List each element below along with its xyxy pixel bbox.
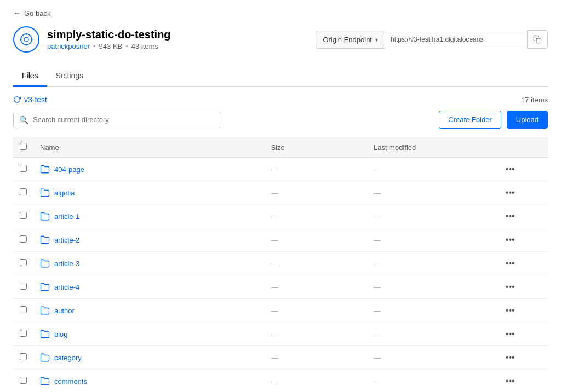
row-size: — bbox=[265, 370, 367, 393]
endpoint-select[interactable]: Origin Endpoint ▾ bbox=[316, 31, 385, 49]
file-name-link[interactable]: article-1 bbox=[54, 212, 79, 221]
create-folder-button[interactable]: Create Folder bbox=[439, 111, 501, 129]
row-checkbox-cell bbox=[13, 275, 33, 299]
row-modified: — bbox=[367, 322, 496, 346]
tab-settings[interactable]: Settings bbox=[47, 66, 93, 87]
row-checkbox[interactable] bbox=[20, 235, 27, 243]
header-checkbox-cell bbox=[13, 137, 33, 158]
bucket-info: simply-static-do-testing patrickposner •… bbox=[13, 26, 171, 53]
folder-icon bbox=[40, 258, 50, 268]
row-checkbox[interactable] bbox=[20, 259, 27, 266]
row-more-button[interactable]: ••• bbox=[502, 234, 518, 246]
row-actions-cell: ••• bbox=[496, 322, 548, 346]
file-name-link[interactable]: comments bbox=[54, 377, 87, 385]
row-more-button[interactable]: ••• bbox=[502, 210, 518, 222]
row-more-button[interactable]: ••• bbox=[502, 351, 518, 364]
row-name-cell: category bbox=[33, 346, 265, 370]
row-checkbox-cell bbox=[13, 181, 33, 205]
row-more-button[interactable]: ••• bbox=[502, 187, 518, 199]
file-table-body: 404-page — — ••• algolia — — ••• bbox=[13, 158, 548, 393]
row-actions-cell: ••• bbox=[496, 275, 548, 299]
row-modified: — bbox=[367, 252, 496, 275]
row-name-cell: author bbox=[33, 299, 265, 322]
bucket-items: 43 items bbox=[131, 42, 158, 50]
file-name-link[interactable]: author bbox=[54, 307, 75, 315]
back-link[interactable]: ← Go back bbox=[13, 9, 548, 18]
row-size: — bbox=[265, 205, 367, 228]
row-checkbox-cell bbox=[13, 252, 33, 275]
bucket-size: 943 KB bbox=[99, 42, 123, 50]
bucket-owner-link[interactable]: patrickposner bbox=[47, 42, 90, 50]
folder-icon bbox=[40, 164, 50, 174]
row-checkbox[interactable] bbox=[20, 212, 27, 219]
row-modified: — bbox=[367, 205, 496, 228]
row-name-cell: article-3 bbox=[33, 252, 265, 275]
folder-icon bbox=[40, 282, 50, 292]
row-name-cell: comments bbox=[33, 370, 265, 393]
row-modified: — bbox=[367, 370, 496, 393]
row-modified: — bbox=[367, 346, 496, 370]
table-row: article-4 — — ••• bbox=[13, 275, 548, 299]
table-row: author — — ••• bbox=[13, 299, 548, 322]
row-name-cell: 404-page bbox=[33, 158, 265, 181]
file-name-link[interactable]: article-4 bbox=[54, 283, 79, 291]
row-actions-cell: ••• bbox=[496, 181, 548, 205]
svg-point-5 bbox=[31, 39, 33, 41]
row-checkbox[interactable] bbox=[20, 377, 27, 384]
svg-point-1 bbox=[24, 37, 28, 42]
breadcrumb[interactable]: v3-test bbox=[13, 95, 47, 104]
table-row: blog — — ••• bbox=[13, 322, 548, 346]
file-name-link[interactable]: category bbox=[54, 354, 82, 362]
search-icon: 🔍 bbox=[19, 116, 28, 124]
breadcrumb-path: v3-test bbox=[24, 95, 47, 104]
file-name-link[interactable]: algolia bbox=[54, 189, 75, 197]
svg-point-0 bbox=[21, 34, 32, 45]
row-checkbox[interactable] bbox=[20, 330, 27, 337]
tabs: Files Settings bbox=[13, 66, 548, 87]
copy-url-button[interactable] bbox=[527, 30, 548, 49]
row-more-button[interactable]: ••• bbox=[502, 281, 518, 293]
row-modified: — bbox=[367, 181, 496, 205]
file-name-link[interactable]: 404-page bbox=[54, 165, 84, 174]
row-size: — bbox=[265, 275, 367, 299]
row-checkbox[interactable] bbox=[20, 353, 27, 360]
folder-icon bbox=[40, 235, 50, 245]
row-size: — bbox=[265, 181, 367, 205]
tab-files[interactable]: Files bbox=[13, 66, 47, 87]
file-name-link[interactable]: article-3 bbox=[54, 260, 79, 268]
upload-button[interactable]: Upload bbox=[507, 111, 548, 129]
row-more-button[interactable]: ••• bbox=[502, 375, 518, 387]
file-name-link[interactable]: blog bbox=[54, 330, 68, 338]
search-box: 🔍 bbox=[13, 112, 221, 128]
row-more-button[interactable]: ••• bbox=[502, 163, 518, 175]
row-checkbox[interactable] bbox=[20, 188, 27, 195]
table-row: comments — — ••• bbox=[13, 370, 548, 393]
folder-icon bbox=[40, 329, 50, 339]
select-all-checkbox[interactable] bbox=[20, 143, 27, 150]
table-row: article-1 — — ••• bbox=[13, 205, 548, 228]
bucket-name: simply-static-do-testing bbox=[47, 28, 171, 41]
row-name-cell: article-4 bbox=[33, 275, 265, 299]
search-input[interactable] bbox=[33, 116, 215, 124]
table-row: article-3 — — ••• bbox=[13, 252, 548, 275]
row-actions-cell: ••• bbox=[496, 346, 548, 370]
table-header: Name Size Last modified bbox=[13, 137, 548, 158]
row-size: — bbox=[265, 228, 367, 252]
row-more-button[interactable]: ••• bbox=[502, 257, 518, 269]
row-actions-cell: ••• bbox=[496, 205, 548, 228]
row-checkbox[interactable] bbox=[20, 283, 27, 290]
row-checkbox[interactable] bbox=[20, 306, 27, 313]
row-more-button[interactable]: ••• bbox=[502, 328, 518, 340]
svg-point-4 bbox=[20, 39, 22, 41]
chevron-down-icon: ▾ bbox=[375, 37, 378, 43]
row-modified: — bbox=[367, 275, 496, 299]
endpoint-area: Origin Endpoint ▾ https://v3-test.fra1.d… bbox=[316, 30, 548, 49]
row-more-button[interactable]: ••• bbox=[502, 304, 518, 316]
items-count: 17 items bbox=[521, 96, 548, 104]
row-checkbox-cell bbox=[13, 205, 33, 228]
row-checkbox[interactable] bbox=[20, 165, 27, 172]
folder-icon bbox=[40, 211, 50, 221]
row-size: — bbox=[265, 299, 367, 322]
file-name-link[interactable]: article-2 bbox=[54, 236, 79, 244]
folder-icon bbox=[40, 353, 50, 362]
